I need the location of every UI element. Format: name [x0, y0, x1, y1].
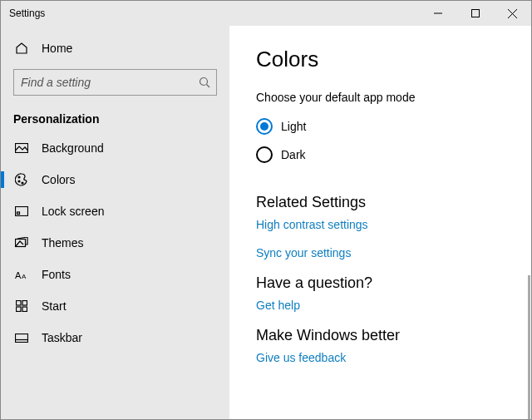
related-settings-heading: Related Settings: [256, 194, 506, 211]
svg-rect-17: [17, 307, 22, 312]
sidebar-item-label: Lock screen: [42, 205, 104, 218]
fonts-icon: AA: [13, 269, 30, 280]
sidebar-item-lock-screen[interactable]: Lock screen: [1, 195, 229, 227]
sidebar-item-themes[interactable]: Themes: [1, 227, 229, 259]
close-button[interactable]: [494, 1, 531, 26]
sidebar-item-fonts[interactable]: AA Fonts: [1, 259, 229, 290]
window-title: Settings: [9, 7, 45, 19]
sidebar-item-colors[interactable]: Colors: [1, 164, 229, 195]
sidebar-item-label: Colors: [42, 173, 75, 186]
get-help-link[interactable]: Get help: [256, 299, 506, 312]
window-controls: [419, 1, 531, 26]
sidebar-category: Personalization: [1, 104, 229, 132]
main-panel: Colors Choose your default app mode Ligh…: [229, 26, 531, 419]
svg-rect-15: [17, 301, 22, 306]
svg-point-8: [18, 180, 20, 182]
svg-rect-16: [22, 301, 27, 306]
home-icon: [13, 42, 30, 55]
sidebar-home-label: Home: [42, 42, 72, 55]
radio-label: Light: [281, 120, 306, 133]
sidebar-item-label: Start: [42, 299, 66, 313]
svg-text:A: A: [15, 270, 22, 280]
radio-label: Dark: [281, 148, 306, 161]
sidebar-item-label: Taskbar: [42, 331, 82, 344]
sidebar: Home Personalization Background: [1, 26, 229, 419]
radio-dark[interactable]: Dark: [256, 141, 506, 169]
search-icon: [199, 77, 210, 88]
maximize-button[interactable]: [456, 1, 494, 26]
svg-text:A: A: [22, 273, 27, 280]
app-mode-radio-group: Light Dark: [256, 112, 506, 169]
picture-icon: [13, 143, 30, 153]
titlebar: Settings: [1, 1, 531, 26]
search-input[interactable]: [13, 69, 217, 96]
sidebar-item-label: Background: [42, 141, 104, 155]
sidebar-item-taskbar[interactable]: Taskbar: [1, 322, 229, 353]
minimize-button[interactable]: [419, 1, 456, 26]
svg-rect-19: [16, 334, 28, 342]
radio-light[interactable]: Light: [256, 112, 506, 141]
better-heading: Make Windows better: [256, 327, 506, 344]
svg-rect-11: [17, 212, 20, 215]
sidebar-item-background[interactable]: Background: [1, 132, 229, 164]
svg-line-5: [207, 85, 210, 88]
feedback-link[interactable]: Give us feedback: [256, 351, 506, 364]
svg-rect-18: [22, 307, 27, 312]
palette-icon: [13, 173, 30, 186]
sync-settings-link[interactable]: Sync your settings: [256, 246, 506, 259]
start-icon: [13, 300, 30, 312]
sidebar-item-label: Fonts: [42, 268, 71, 281]
lockscreen-icon: [13, 206, 30, 216]
svg-point-4: [200, 78, 208, 86]
app-mode-label: Choose your default app mode: [256, 91, 506, 104]
svg-point-9: [22, 182, 23, 184]
svg-rect-1: [471, 10, 479, 17]
scrollbar[interactable]: [528, 275, 530, 419]
sidebar-item-start[interactable]: Start: [1, 290, 229, 322]
svg-point-7: [18, 176, 20, 178]
radio-indicator-icon: [256, 146, 273, 163]
page-title: Colors: [256, 47, 506, 72]
radio-indicator-icon: [256, 118, 273, 135]
high-contrast-link[interactable]: High contrast settings: [256, 218, 506, 231]
taskbar-icon: [13, 334, 30, 343]
sidebar-item-label: Themes: [42, 236, 84, 250]
question-heading: Have a question?: [256, 274, 506, 292]
themes-icon: [13, 237, 30, 249]
sidebar-home[interactable]: Home: [1, 32, 229, 64]
